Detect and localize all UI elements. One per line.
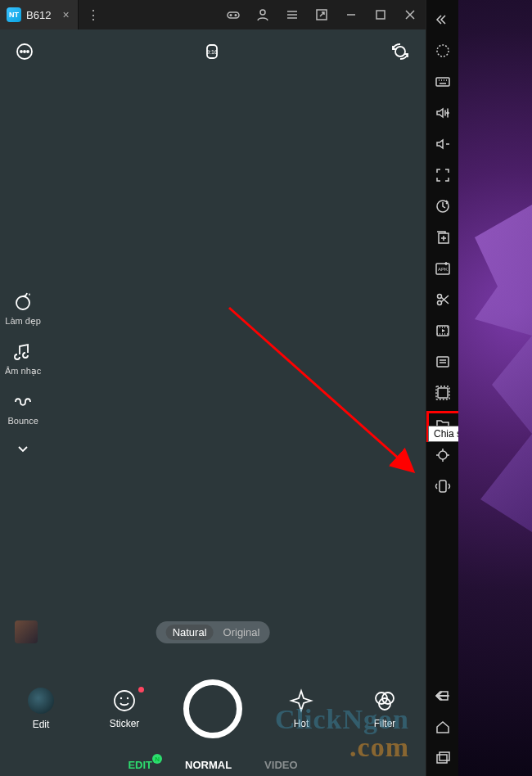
svg-point-3 xyxy=(260,10,265,15)
bounce-tool[interactable]: Bounce xyxy=(5,391,41,426)
volume-down-icon[interactable] xyxy=(431,134,454,154)
user-icon[interactable] xyxy=(255,7,270,22)
style-natural[interactable]: Natural xyxy=(166,625,214,640)
close-icon[interactable] xyxy=(403,7,417,22)
svg-point-2 xyxy=(235,15,237,16)
music-label: Âm nhạc xyxy=(5,366,41,377)
svg-point-13 xyxy=(16,296,29,309)
edit-thumb-icon xyxy=(28,688,54,714)
sticker-label: Sticker xyxy=(110,718,140,729)
popout-icon[interactable] xyxy=(314,7,329,22)
app-topbar: 9:16 xyxy=(0,29,426,70)
svg-point-9 xyxy=(27,51,29,52)
phone-frame-icon[interactable] xyxy=(431,383,454,403)
install-apk-icon[interactable]: APK xyxy=(431,259,454,278)
locate-icon[interactable] xyxy=(431,445,454,465)
annotation-arrow xyxy=(221,300,434,496)
sticker-new-badge xyxy=(138,687,144,693)
more-vertical-icon[interactable]: ⋮ xyxy=(79,7,108,23)
desktop-wallpaper xyxy=(458,0,532,776)
app-tab-title: B612 xyxy=(26,9,51,21)
sticker-icon xyxy=(112,688,137,713)
svg-point-1 xyxy=(230,15,232,16)
emulator-window: NT B612 × ⋮ 9:16 xyxy=(0,0,426,776)
shake-icon[interactable] xyxy=(431,476,454,496)
style-selector[interactable]: Natural Original xyxy=(156,621,270,643)
edit-button[interactable]: Edit xyxy=(16,688,65,730)
chevron-down-icon xyxy=(15,440,31,457)
bounce-icon xyxy=(12,391,34,413)
gamepad-icon[interactable] xyxy=(226,7,241,22)
svg-text:9:16: 9:16 xyxy=(206,49,218,55)
titlebar: NT B612 × ⋮ xyxy=(0,0,426,29)
svg-rect-30 xyxy=(437,357,449,367)
volume-up-icon[interactable] xyxy=(431,103,454,123)
edit-label: Edit xyxy=(33,719,50,730)
fullscreen2-icon[interactable] xyxy=(431,165,454,185)
svg-rect-36 xyxy=(437,755,447,763)
scissors-icon[interactable] xyxy=(431,290,454,309)
beauty-icon xyxy=(12,291,34,313)
video-play-icon[interactable] xyxy=(431,321,454,341)
svg-point-8 xyxy=(24,51,25,52)
add-window-icon[interactable] xyxy=(431,228,454,247)
svg-line-20 xyxy=(229,308,413,471)
close-tab-icon[interactable]: × xyxy=(62,8,69,21)
beauty-label: Làm đẹp xyxy=(5,316,41,327)
recent-apps-icon[interactable] xyxy=(431,748,454,768)
home-icon[interactable] xyxy=(431,717,454,737)
svg-point-33 xyxy=(439,451,447,459)
shutter-button[interactable] xyxy=(183,679,242,738)
svg-point-16 xyxy=(127,697,128,699)
mode-edit[interactable]: EDITN xyxy=(128,759,152,771)
gallery-thumbnail[interactable] xyxy=(15,620,38,643)
svg-rect-22 xyxy=(436,78,449,86)
svg-rect-31 xyxy=(438,388,448,398)
svg-rect-5 xyxy=(376,11,385,19)
music-icon xyxy=(12,341,34,363)
operation-record-icon[interactable] xyxy=(431,352,454,372)
maximize-icon[interactable] xyxy=(373,7,388,22)
watermark: ClickNgon .com xyxy=(275,706,409,761)
svg-point-14 xyxy=(115,691,134,711)
more-horizontal-icon[interactable] xyxy=(15,42,34,61)
beauty-tool[interactable]: Làm đẹp xyxy=(5,291,41,327)
svg-rect-34 xyxy=(440,480,446,492)
keyboard-icon[interactable] xyxy=(431,72,454,92)
edit-new-badge: N xyxy=(152,754,162,764)
bounce-label: Bounce xyxy=(7,416,38,426)
menu-icon[interactable] xyxy=(285,7,300,22)
side-toolbar: APK xyxy=(426,0,458,776)
music-tool[interactable]: Âm nhạc xyxy=(5,341,41,377)
collapse-icon[interactable] xyxy=(431,10,454,29)
style-original[interactable]: Original xyxy=(223,626,260,638)
settings-gear-icon[interactable] xyxy=(431,41,454,61)
camera-viewfinder: Làm đẹp Âm nhạc Bounce xyxy=(0,70,426,776)
left-tools: Làm đẹp Âm nhạc Bounce xyxy=(5,291,41,457)
aspect-ratio-icon[interactable]: 9:16 xyxy=(201,43,223,60)
app-surface: 9:16 Làm đẹp Âm nhạc Bounce xyxy=(0,29,426,776)
app-tab-icon: NT xyxy=(7,7,21,22)
svg-point-21 xyxy=(437,45,449,56)
minimize-icon[interactable] xyxy=(344,7,358,22)
flip-camera-icon[interactable] xyxy=(390,41,411,62)
app-tab[interactable]: NT B612 × xyxy=(0,0,79,29)
rotate-sync-icon[interactable] xyxy=(431,196,454,216)
sticker-button[interactable]: Sticker xyxy=(100,688,149,729)
mode-normal[interactable]: NORMAL xyxy=(185,759,232,771)
svg-point-12 xyxy=(395,47,405,56)
expand-tools[interactable] xyxy=(5,440,41,457)
svg-rect-37 xyxy=(440,752,449,760)
svg-rect-0 xyxy=(228,12,239,18)
svg-point-15 xyxy=(120,697,122,699)
svg-point-7 xyxy=(20,51,22,52)
svg-text:APK: APK xyxy=(437,267,447,272)
back-arrow-icon[interactable] xyxy=(431,686,454,706)
